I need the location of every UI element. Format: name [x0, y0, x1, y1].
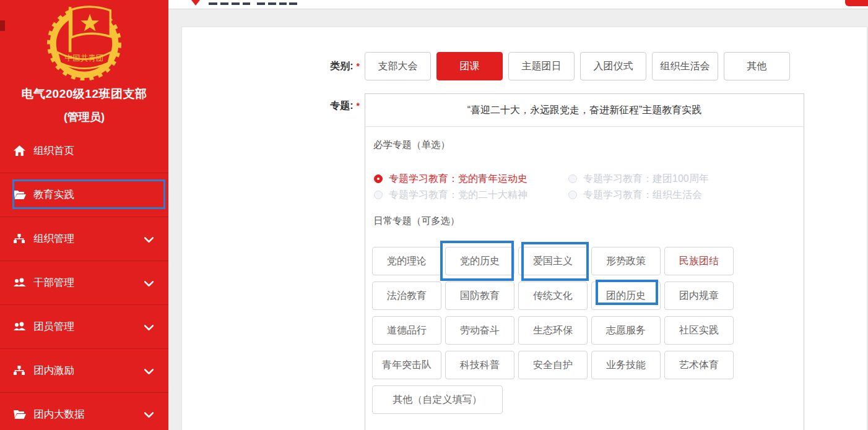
daily-topic-row: 青年突击队 科技科普 安全自护 业务技能 艺术体育: [372, 351, 734, 379]
daily-topic-minzu-tuanjie[interactable]: 民族团结: [664, 247, 734, 275]
daily-topic-tuande-lishi[interactable]: 团的历史: [591, 282, 661, 310]
daily-topic-row: 党的理论 党的历史 爱国主义 形势政策 民族团结: [372, 247, 734, 275]
radio-unselected-icon: [568, 191, 577, 199]
radio-option-jiantuan-100[interactable]: 专题学习教育：建团100周年: [568, 173, 709, 186]
topic-value-field[interactable]: “喜迎二十大，永远跟党走，奋进新征程”主题教育实践: [365, 94, 804, 127]
clipped-header-text: [279, 2, 287, 5]
clipped-header-text: [289, 2, 297, 5]
daily-topic-qingnian-tujidui[interactable]: 青年突击队: [372, 351, 441, 379]
daily-topic-anquan-zihu[interactable]: 安全自护: [518, 351, 588, 379]
sidebar-item-label: 团员管理: [33, 320, 74, 333]
daily-topic-yishu-tiyu[interactable]: 艺术体育: [664, 351, 734, 379]
chevron-down-icon: [144, 233, 154, 245]
radio-unselected-icon: [374, 191, 383, 199]
daily-topic-row: 其他（自定义填写）: [372, 385, 503, 414]
daily-topic-guofang-jiaoyu[interactable]: 国防教育: [445, 282, 514, 310]
daily-topic-dangde-lishi[interactable]: 党的历史: [445, 247, 514, 275]
category-option-qita[interactable]: 其他: [724, 52, 790, 80]
chevron-down-icon: [144, 277, 154, 289]
category-option-zhuti-tuanri[interactable]: 主题团日: [508, 52, 575, 80]
daily-topic-daode-pinxing[interactable]: 道德品行: [372, 316, 441, 345]
category-option-tuanke-selected[interactable]: 团课: [436, 52, 503, 80]
chevron-down-icon: [144, 408, 154, 420]
sitemap-icon: [14, 233, 26, 244]
daily-topic-row: 道德品行 劳动奋斗 生态环保 志愿服务 社区实践: [372, 316, 734, 345]
chevron-down-icon: [144, 365, 154, 377]
clipped-header-text: [257, 2, 265, 5]
sitemap-icon: [14, 365, 26, 376]
topic-panel: “喜迎二十大，永远跟党走，奋进新征程”主题教育实践 必学专题（单选） 专题学习教…: [365, 93, 804, 430]
sidebar-menu: 组织首页 教育实践 组织管理 干部管理: [0, 129, 168, 430]
radio-unselected-icon: [568, 174, 577, 183]
home-icon: [14, 145, 26, 157]
sidebar-dark-tab: [0, 20, 5, 31]
sidebar-item-education-practice[interactable]: 教育实践: [0, 173, 168, 217]
required-asterisk: *: [357, 61, 360, 71]
clipped-header-text: [209, 2, 217, 5]
daily-topic-dangde-lilun[interactable]: 党的理论: [372, 247, 441, 275]
category-option-zhibudahui[interactable]: 支部大会: [365, 52, 431, 80]
users-icon: [14, 321, 26, 332]
sidebar-item-label: 团内大数据: [33, 408, 85, 421]
sidebar-item-cadre-management[interactable]: 干部管理: [0, 260, 168, 304]
folder-open-icon: [14, 189, 26, 200]
daily-topics-heading: 日常专题（可多选）: [373, 215, 460, 228]
daily-topic-fazhi-jiaoyu[interactable]: 法治教育: [372, 282, 441, 310]
sidebar-item-incentives[interactable]: 团内激励: [0, 348, 168, 392]
daily-topic-zhiyuan-fuwu[interactable]: 志愿服务: [591, 316, 661, 345]
form-card: 类别:* 支部大会 团课 主题团日 入团仪式 组织生活会 其他 专题:* “喜迎…: [181, 27, 867, 430]
org-role: (管理员): [0, 110, 168, 124]
clipped-header-text: [232, 2, 240, 5]
daily-topic-keji-kepu[interactable]: 科技科普: [445, 351, 514, 379]
daily-topic-shengtai-huanbao[interactable]: 生态环保: [518, 316, 588, 345]
sidebar-item-label: 教育实践: [33, 188, 74, 202]
sidebar: 中国共青团 电气2020级12班团支部 (管理员) 组织首页 教育实践 组织管理: [0, 0, 168, 430]
clipped-header-text: [243, 2, 250, 5]
daily-topic-chuantong-wenhua[interactable]: 传统文化: [518, 282, 588, 310]
topic-label: 专题:*: [182, 100, 360, 113]
required-topic-row: 专题学习教育：党的二十大精神 专题学习教育：组织生活会: [374, 187, 702, 203]
daily-topic-qita-zidingyi[interactable]: 其他（自定义填写）: [372, 385, 503, 414]
header-action-button[interactable]: [845, 0, 868, 6]
radio-option-ershida-jingshen[interactable]: 专题学习教育：党的二十大精神: [374, 189, 527, 202]
daily-topic-aiguo-zhuyi[interactable]: 爱国主义: [518, 247, 588, 275]
required-topic-row: 专题学习教育：党的青年运动史 专题学习教育：建团100周年: [374, 171, 709, 187]
top-header-bar: [168, 0, 868, 9]
emblem-banner-text: 中国共青团: [65, 54, 104, 62]
clipped-header-text: [268, 2, 276, 5]
daily-topic-laodong-fendou[interactable]: 劳动奋斗: [445, 316, 514, 345]
category-option-rutuan-yishi[interactable]: 入团仪式: [580, 52, 646, 80]
folder-open-icon: [14, 409, 26, 420]
daily-topic-row: 法治教育 国防教育 传统文化 团的历史 团内规章: [372, 282, 734, 310]
radio-selected-icon: [374, 174, 383, 183]
daily-topic-yewu-jineng[interactable]: 业务技能: [591, 351, 661, 379]
sidebar-item-member-management[interactable]: 团员管理: [0, 304, 168, 348]
clipped-header-text: [220, 2, 228, 5]
category-option-zuzhi-shenghuohui[interactable]: 组织生活会: [652, 52, 718, 80]
org-name: 电气2020级12班团支部: [0, 86, 168, 102]
daily-topic-tuannei-guizhang[interactable]: 团内规章: [664, 282, 734, 310]
location-pin-icon: [191, 0, 200, 6]
sidebar-item-label: 组织首页: [33, 144, 74, 158]
sidebar-item-org-management[interactable]: 组织管理: [0, 217, 168, 260]
chevron-down-icon: [144, 321, 154, 333]
required-asterisk: *: [357, 101, 360, 111]
daily-topic-shequ-shijian[interactable]: 社区实践: [664, 316, 734, 345]
daily-topic-xingshi-zhengce[interactable]: 形势政策: [591, 247, 661, 275]
sidebar-item-big-data[interactable]: 团内大数据: [0, 392, 168, 430]
category-label: 类别:*: [182, 60, 360, 73]
radio-option-dangde-qingnian-yundongshi[interactable]: 专题学习教育：党的青年运动史: [374, 173, 527, 186]
category-button-group: 支部大会 团课 主题团日 入团仪式 组织生活会 其他: [365, 52, 790, 80]
required-topics-heading: 必学专题（单选）: [373, 139, 450, 152]
sidebar-item-org-home[interactable]: 组织首页: [0, 129, 168, 173]
youth-league-emblem-icon: 中国共青团: [41, 1, 128, 80]
sidebar-item-label: 组织管理: [33, 232, 74, 246]
radio-option-zuzhi-shenghuohui[interactable]: 专题学习教育：组织生活会: [568, 189, 702, 202]
sidebar-item-label: 团内激励: [33, 364, 74, 377]
users-icon: [14, 277, 26, 288]
sidebar-item-label: 干部管理: [33, 276, 74, 290]
